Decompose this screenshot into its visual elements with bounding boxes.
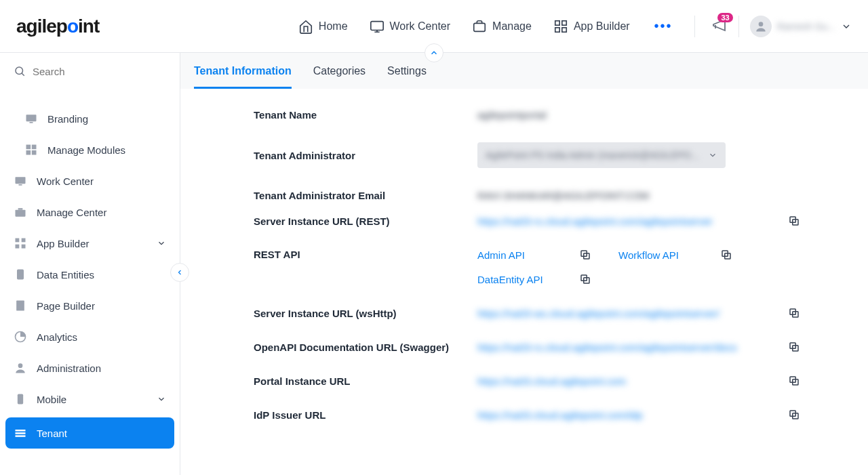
sidebar-search[interactable] <box>0 53 180 89</box>
svg-rect-8 <box>26 115 37 121</box>
value-portal[interactable]: https://na03.cloud.agilepoint.com <box>477 375 626 387</box>
svg-rect-19 <box>22 239 26 243</box>
tab-tenant-info[interactable]: Tenant Information <box>194 65 292 89</box>
value-wshttp[interactable]: https://na03-ws.cloud.agilepoint.com/agi… <box>477 308 719 319</box>
sidebar-item-tenant[interactable]: Tenant <box>5 417 174 449</box>
sidebar-item-pagebuilder[interactable]: Page Builder <box>0 290 180 321</box>
svg-rect-12 <box>26 150 31 155</box>
svg-point-7 <box>16 67 23 75</box>
svg-rect-15 <box>19 184 22 186</box>
chevron-left-icon <box>176 268 184 276</box>
svg-rect-25 <box>18 394 23 405</box>
sidebar-item-appbuilder[interactable]: App Builder <box>0 228 180 259</box>
label-tenant-email: Tenant Administrator Email <box>254 190 477 201</box>
nav-more[interactable]: ••• <box>649 18 678 34</box>
settings-icon <box>14 426 27 440</box>
svg-rect-18 <box>16 239 20 243</box>
pie-icon <box>14 330 27 344</box>
svg-rect-2 <box>555 20 559 24</box>
svg-rect-27 <box>16 432 26 434</box>
database-icon <box>14 268 27 281</box>
svg-rect-22 <box>17 270 24 280</box>
svg-rect-9 <box>30 122 33 123</box>
chevron-down-icon <box>841 21 852 32</box>
search-input[interactable] <box>33 66 166 77</box>
svg-rect-17 <box>18 208 23 210</box>
tenant-admin-select[interactable]: AgilePoint PS India Admin (maverick@AGIL… <box>477 142 726 168</box>
svg-rect-26 <box>16 430 26 432</box>
svg-rect-28 <box>16 435 26 437</box>
label-wshttp: Server Instance URL (wsHttp) <box>254 308 477 319</box>
copy-icon[interactable] <box>788 215 800 227</box>
label-portal: Portal Instance URL <box>254 375 477 387</box>
svg-rect-14 <box>16 177 26 184</box>
monitor-icon <box>370 19 384 34</box>
copy-icon[interactable] <box>579 249 591 261</box>
copy-icon[interactable] <box>788 341 800 353</box>
svg-rect-21 <box>22 245 26 249</box>
sidebar-item-workcenter[interactable]: Work Center <box>0 165 180 197</box>
nav-appbuilder[interactable]: App Builder <box>551 14 633 39</box>
monitor-icon <box>14 174 27 188</box>
svg-rect-20 <box>16 245 20 249</box>
sidebar-item-branding[interactable]: Branding <box>0 103 180 134</box>
copy-icon[interactable] <box>788 307 800 319</box>
label-tenant-admin: Tenant Administrator <box>254 150 477 161</box>
collapse-header-button[interactable] <box>425 43 443 62</box>
copy-icon[interactable] <box>720 249 732 261</box>
sidebar-item-administration[interactable]: Administration <box>0 352 180 384</box>
nav-home[interactable]: Home <box>296 14 351 39</box>
chevron-down-icon <box>157 394 166 404</box>
chevron-up-icon <box>429 48 439 58</box>
svg-rect-16 <box>16 210 26 217</box>
link-workflow-api[interactable]: Workflow API <box>618 249 707 261</box>
value-rest-url[interactable]: https://na03-rs.cloud.agilepoint.com/agi… <box>477 215 713 227</box>
chevron-down-icon <box>708 150 717 160</box>
collapse-sidebar-button[interactable] <box>170 263 189 282</box>
tab-settings[interactable]: Settings <box>387 65 427 89</box>
sidebar-item-mobile[interactable]: Mobile <box>0 384 180 415</box>
search-icon <box>14 65 26 77</box>
nav-workcenter[interactable]: Work Center <box>367 14 454 39</box>
link-admin-api[interactable]: Admin API <box>477 249 566 261</box>
tab-categories[interactable]: Categories <box>313 65 366 89</box>
sidebar-item-analytics[interactable]: Analytics <box>0 321 180 352</box>
svg-rect-13 <box>32 150 37 155</box>
modules-icon <box>24 143 38 157</box>
logo: agilepoint <box>16 16 99 37</box>
notification-badge: 33 <box>717 13 732 22</box>
svg-rect-1 <box>474 23 486 31</box>
briefcase-icon <box>472 19 487 34</box>
value-tenant-email: RAVI.SHANKAR@AGILEPOINT.COM <box>477 190 649 201</box>
copy-icon[interactable] <box>788 409 800 421</box>
nav-manage[interactable]: Manage <box>469 14 534 39</box>
sidebar-item-managecenter[interactable]: Manage Center <box>0 197 180 228</box>
svg-point-6 <box>758 22 763 26</box>
sidebar-item-modules[interactable]: Manage Modules <box>0 134 180 165</box>
svg-rect-0 <box>370 21 382 30</box>
mobile-icon <box>14 392 27 406</box>
svg-rect-4 <box>555 27 559 31</box>
link-dataentity-api[interactable]: DataEntity API <box>477 274 566 285</box>
label-tenant-name: Tenant Name <box>254 109 477 121</box>
svg-rect-10 <box>26 145 31 150</box>
value-swagger[interactable]: https://na03-rs.cloud.agilepoint.com/agi… <box>477 342 737 353</box>
svg-rect-5 <box>562 27 566 31</box>
home-icon <box>298 19 313 34</box>
svg-rect-3 <box>562 20 566 24</box>
label-swagger: OpenAPI Documentation URL (Swagger) <box>254 342 477 353</box>
copy-icon[interactable] <box>788 375 800 387</box>
username: Ramesh Gu... <box>777 21 835 32</box>
notifications[interactable]: 33 <box>711 17 728 36</box>
value-idp[interactable]: https://na03.cloud.agilepoint.com/idp <box>477 409 643 421</box>
user-menu[interactable]: Ramesh Gu... <box>750 16 852 37</box>
grid-icon <box>553 19 568 34</box>
user-icon <box>14 361 27 375</box>
svg-rect-23 <box>16 301 24 311</box>
svg-rect-11 <box>32 145 37 150</box>
page-icon <box>14 299 27 312</box>
grid-icon <box>14 236 27 250</box>
label-idp: IdP Issuer URL <box>254 409 477 421</box>
copy-icon[interactable] <box>579 273 591 285</box>
sidebar-item-dataentities[interactable]: Data Entities <box>0 259 180 290</box>
